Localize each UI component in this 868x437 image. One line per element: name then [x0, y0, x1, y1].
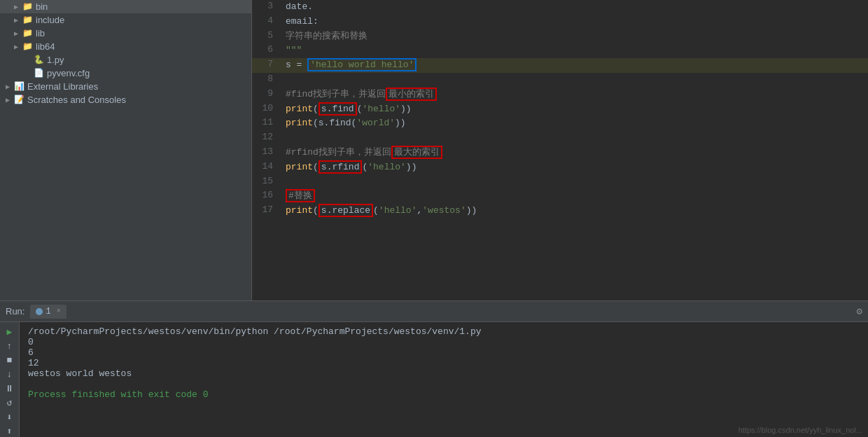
run-button[interactable]: ▶ [3, 326, 17, 338]
table-row: 11 print(s.find('world')) [252, 116, 868, 131]
down-arrow-button[interactable]: ↓ [3, 369, 17, 380]
console-output: /root/PycharmProjects/westos/venv/bin/py… [20, 322, 868, 437]
sidebar-label-scratches: Scratches and Consoles [27, 95, 126, 105]
more-button[interactable]: ⬇ [3, 412, 17, 423]
line-content: date. [280, 0, 868, 15]
table-row: 7 s = 'hello world hello' [252, 58, 868, 73]
gear-icon[interactable]: ⚙ [857, 305, 862, 317]
sidebar-label-extlib: External Libraries [27, 81, 98, 92]
cfg-file-icon: 📄 [32, 69, 45, 78]
table-row: 8 [252, 73, 868, 88]
table-row: 13 #rfind找到子串，并返回最大的索引 [252, 146, 868, 160]
table-row: 10 print(s.find('hello')) [252, 102, 868, 117]
table-row: 14 print(s.rfind('hello')) [252, 160, 868, 175]
line-number: 7 [252, 58, 280, 73]
line-content: print(s.find('hello')) [280, 102, 868, 117]
line-number: 12 [252, 131, 280, 146]
tree-arrow-lib: ▶ [11, 29, 21, 38]
watermark: https://blog.csdn.net/yyh_linux_nol... [738, 426, 862, 434]
side-controls: ▶ ↑ ■ ↓ ⏸ ↺ ⬇ ⬆ [0, 322, 20, 437]
line-number: 16 [252, 189, 280, 204]
table-row: 16 #替换 [252, 189, 868, 204]
sidebar-item-extlib[interactable]: ▶ 📊 External Libraries [0, 80, 251, 93]
table-row: 17 print(s.replace('hello','westos')) [252, 204, 868, 218]
line-number: 10 [252, 102, 280, 117]
table-row: 5 字符串的搜索和替换 [252, 29, 868, 44]
line-content: #find找到子串，并返回最小的索引 [280, 88, 868, 102]
sidebar-label-lib64: lib64 [36, 41, 55, 52]
console-line-12: 12 [28, 358, 860, 368]
sidebar: ▶ 📁 bin ▶ 📁 include ▶ 📁 lib ▶ 📁 lib64 🐍 … [0, 0, 252, 300]
sidebar-label-pyvenv: pyvenv.cfg [47, 68, 90, 78]
folder-icon-include: 📁 [21, 15, 34, 25]
line-content: print(s.find('world')) [280, 116, 868, 131]
line-content: print(s.rfind('hello')) [280, 160, 868, 175]
bottom-panel: Run: 1 × ⚙ ▶ ↑ ■ ↓ ⏸ ↺ ⬇ ⬆ /root/Pycharm… [0, 300, 868, 437]
sidebar-item-bin[interactable]: ▶ 📁 bin [0, 0, 251, 13]
sidebar-label-1py: 1.py [47, 55, 64, 65]
table-row: 12 [252, 131, 868, 146]
line-number: 4 [252, 15, 280, 29]
py-file-icon: 🐍 [32, 55, 45, 65]
tree-arrow-extlib: ▶ [3, 83, 13, 91]
run-label: Run: [6, 306, 24, 317]
line-number: 11 [252, 116, 280, 131]
sidebar-item-lib64[interactable]: ▶ 📁 lib64 [0, 40, 251, 53]
pause-button[interactable]: ⏸ [3, 383, 17, 394]
table-row: 6 """ [252, 43, 868, 58]
code-editor[interactable]: 3 date. 4 email: 5 字符串的搜索和替换 6 """ [252, 0, 868, 300]
bottom-main: ▶ ↑ ■ ↓ ⏸ ↺ ⬇ ⬆ /root/PycharmProjects/we… [0, 322, 868, 437]
line-content [280, 73, 868, 88]
folder-icon-lib: 📁 [21, 29, 34, 39]
table-row: 3 date. [252, 0, 868, 15]
folder-icon-bin: 📁 [21, 2, 34, 12]
line-number: 8 [252, 73, 280, 88]
extlib-icon: 📊 [13, 82, 25, 92]
line-content: 字符串的搜索和替换 [280, 29, 868, 44]
line-number: 14 [252, 160, 280, 175]
sidebar-label-include: include [36, 15, 64, 25]
line-number: 3 [252, 0, 280, 15]
line-number: 5 [252, 29, 280, 44]
line-content: #rfind找到子串，并返回最大的索引 [280, 146, 868, 160]
extra-button[interactable]: ⬆ [3, 426, 17, 437]
code-table: 3 date. 4 email: 5 字符串的搜索和替换 6 """ [252, 0, 868, 218]
table-row: 15 [252, 175, 868, 190]
tree-arrow-lib64: ▶ [11, 43, 21, 51]
line-number: 15 [252, 175, 280, 190]
up-arrow-button[interactable]: ↑ [3, 340, 17, 352]
run-tab-1[interactable]: 1 × [30, 305, 66, 319]
line-content [280, 131, 868, 146]
tree-arrow-bin: ▶ [11, 3, 21, 11]
stop-button[interactable]: ■ [3, 355, 17, 366]
console-line-finish: Process finished with exit code 0 [28, 389, 860, 400]
scratch-icon: 📝 [13, 95, 25, 105]
sidebar-label-lib: lib [36, 28, 45, 39]
line-content: #替换 [280, 189, 868, 204]
sidebar-item-pyvenv[interactable]: 📄 pyvenv.cfg [0, 67, 251, 80]
sidebar-item-1py[interactable]: 🐍 1.py [0, 53, 251, 67]
run-tab-number: 1 [46, 307, 50, 317]
console-line-westos: westos world westos [28, 368, 860, 379]
line-number: 17 [252, 204, 280, 218]
folder-icon-lib64: 📁 [21, 42, 34, 52]
line-content: """ [280, 43, 868, 58]
line-number: 6 [252, 43, 280, 58]
line-content: email: [280, 15, 868, 29]
line-content: s = 'hello world hello' [280, 58, 868, 73]
line-number: 13 [252, 146, 280, 160]
line-content [280, 175, 868, 190]
console-line-cmd: /root/PycharmProjects/westos/venv/bin/py… [28, 326, 860, 337]
tab-close-icon[interactable]: × [57, 307, 61, 315]
sidebar-item-include[interactable]: ▶ 📁 include [0, 13, 251, 27]
line-number: 9 [252, 88, 280, 102]
rerun-button[interactable]: ↺ [3, 397, 17, 408]
sidebar-item-scratches[interactable]: ▶ 📝 Scratches and Consoles [0, 93, 251, 106]
sidebar-item-lib[interactable]: ▶ 📁 lib [0, 27, 251, 40]
py-bullet-icon [36, 308, 43, 315]
table-row: 9 #find找到子串，并返回最小的索引 [252, 88, 868, 102]
main-area: ▶ 📁 bin ▶ 📁 include ▶ 📁 lib ▶ 📁 lib64 🐍 … [0, 0, 868, 300]
tree-arrow-include: ▶ [11, 16, 21, 25]
console-line-6: 6 [28, 347, 860, 358]
sidebar-label-bin: bin [36, 1, 48, 12]
